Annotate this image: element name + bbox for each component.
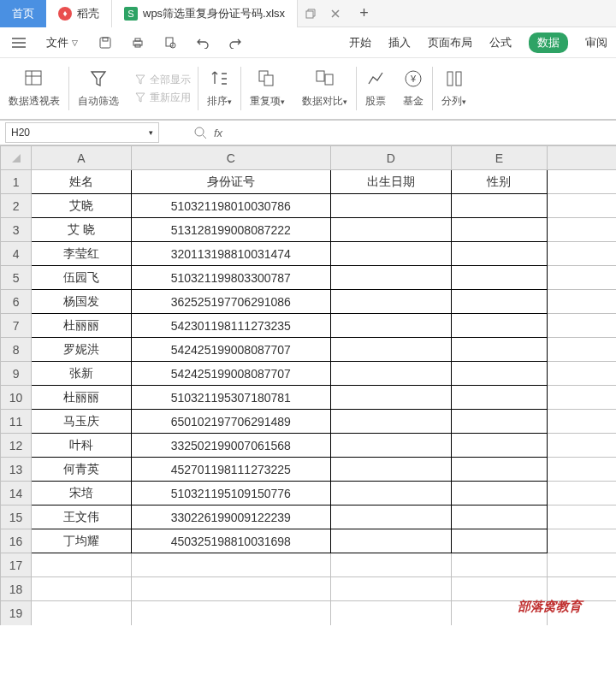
cell[interactable]: 姓名 xyxy=(32,170,132,194)
row-header[interactable]: 17 xyxy=(1,553,32,577)
cell[interactable]: 杜丽丽 xyxy=(32,386,132,410)
name-box[interactable]: H20 ▾ xyxy=(5,122,159,143)
cell[interactable] xyxy=(131,553,330,577)
print-preview-icon[interactable] xyxy=(160,33,181,53)
cell[interactable]: 艾 晓 xyxy=(32,218,132,242)
cell[interactable] xyxy=(548,410,616,434)
redo-icon[interactable] xyxy=(225,33,246,52)
tab-data[interactable]: 数据 xyxy=(529,33,568,53)
cell[interactable] xyxy=(548,338,616,362)
cell[interactable]: 张新 xyxy=(32,362,132,386)
cell[interactable] xyxy=(131,601,330,625)
cell[interactable] xyxy=(330,314,451,338)
cell[interactable] xyxy=(451,194,548,218)
cell[interactable] xyxy=(451,458,548,482)
cell[interactable] xyxy=(548,314,616,338)
search-icon[interactable] xyxy=(193,126,207,139)
col-header-D[interactable]: D xyxy=(330,146,451,170)
cell[interactable] xyxy=(548,529,616,553)
cell[interactable] xyxy=(330,338,451,362)
ribbon-reapply[interactable]: 重新应用 xyxy=(134,91,191,105)
cell[interactable] xyxy=(548,577,616,601)
cell[interactable] xyxy=(330,386,451,410)
cell[interactable] xyxy=(548,266,616,290)
tab-docx[interactable]: ♦ 稻壳 xyxy=(46,0,111,27)
ribbon-split[interactable]: 分列▾ xyxy=(433,62,475,115)
cell[interactable] xyxy=(451,577,548,601)
cell[interactable]: 罗妮洪 xyxy=(32,338,132,362)
tab-start[interactable]: 开始 xyxy=(349,35,371,50)
row-header[interactable]: 1 xyxy=(1,170,32,194)
row-header[interactable]: 15 xyxy=(1,506,32,529)
cell[interactable] xyxy=(32,553,132,577)
cell[interactable]: 320113198810031474 xyxy=(131,242,330,266)
tab-home[interactable]: 首页 xyxy=(0,0,46,27)
save-icon[interactable] xyxy=(95,33,116,53)
cell[interactable] xyxy=(451,242,548,266)
cell[interactable]: 510321195109150776 xyxy=(131,482,330,506)
cell[interactable] xyxy=(548,242,616,266)
cell[interactable] xyxy=(451,506,548,529)
cell[interactable] xyxy=(451,290,548,314)
cell[interactable]: 510321195307180781 xyxy=(131,386,330,410)
row-header[interactable]: 8 xyxy=(1,338,32,362)
cell[interactable] xyxy=(451,338,548,362)
cell[interactable]: 332502199007061568 xyxy=(131,434,330,458)
row-header[interactable]: 4 xyxy=(1,242,32,266)
row-header[interactable]: 18 xyxy=(1,577,32,601)
row-header[interactable]: 19 xyxy=(1,601,32,625)
cell[interactable] xyxy=(548,458,616,482)
undo-icon[interactable] xyxy=(192,33,213,52)
cell[interactable]: 542425199008087707 xyxy=(131,338,330,362)
row-header[interactable]: 11 xyxy=(1,410,32,434)
row-header[interactable]: 12 xyxy=(1,434,32,458)
cell[interactable] xyxy=(330,194,451,218)
cell[interactable]: 叶科 xyxy=(32,434,132,458)
cell[interactable]: 身份证号 xyxy=(131,170,330,194)
cell[interactable] xyxy=(451,434,548,458)
cell[interactable] xyxy=(548,482,616,506)
cell[interactable] xyxy=(330,218,451,242)
cell[interactable]: 452701198111273225 xyxy=(131,458,330,482)
cell[interactable] xyxy=(451,314,548,338)
cell[interactable] xyxy=(548,170,616,194)
cell[interactable]: 510321199803300787 xyxy=(131,266,330,290)
cell[interactable]: 362525197706291086 xyxy=(131,290,330,314)
cell[interactable]: 出生日期 xyxy=(330,170,451,194)
cell[interactable]: 330226199009122239 xyxy=(131,506,330,529)
new-tab-button[interactable]: + xyxy=(347,4,381,22)
tab-review[interactable]: 审阅 xyxy=(585,35,607,50)
cell[interactable]: 650102197706291489 xyxy=(131,410,330,434)
cell[interactable]: 李莹红 xyxy=(32,242,132,266)
cell[interactable]: 马玉庆 xyxy=(32,410,132,434)
cell[interactable] xyxy=(330,529,451,553)
row-header[interactable]: 7 xyxy=(1,314,32,338)
row-header[interactable]: 6 xyxy=(1,290,32,314)
cell[interactable] xyxy=(330,458,451,482)
row-header[interactable]: 9 xyxy=(1,362,32,386)
ribbon-auto-filter[interactable]: 自动筛选 xyxy=(69,62,127,115)
cell[interactable]: 性别 xyxy=(451,170,548,194)
cell[interactable] xyxy=(451,529,548,553)
col-header-A[interactable]: A xyxy=(32,146,132,170)
cell[interactable]: 510321198010030786 xyxy=(131,194,330,218)
cell[interactable] xyxy=(548,194,616,218)
row-header[interactable]: 5 xyxy=(1,266,32,290)
cell[interactable]: 450325198810031698 xyxy=(131,529,330,553)
cell[interactable]: 杜丽丽 xyxy=(32,314,132,338)
ribbon-show-all[interactable]: 全部显示 xyxy=(134,73,191,87)
row-header[interactable]: 13 xyxy=(1,458,32,482)
cell[interactable] xyxy=(330,266,451,290)
tab-layout[interactable]: 页面布局 xyxy=(428,35,472,50)
ribbon-stock[interactable]: 股票 xyxy=(357,62,394,115)
cell[interactable] xyxy=(548,434,616,458)
cell[interactable] xyxy=(451,362,548,386)
file-menu-button[interactable]: 文件 ▽ xyxy=(41,33,83,53)
ribbon-compare[interactable]: 数据对比▾ xyxy=(293,62,356,115)
ribbon-pivot-table[interactable]: 数据透视表 xyxy=(0,62,68,115)
cell[interactable] xyxy=(548,218,616,242)
row-header[interactable]: 3 xyxy=(1,218,32,242)
tab-current-file[interactable]: S wps筛选重复身份证号码.xlsx xyxy=(111,0,298,27)
row-header[interactable]: 2 xyxy=(1,194,32,218)
cell[interactable] xyxy=(330,577,451,601)
